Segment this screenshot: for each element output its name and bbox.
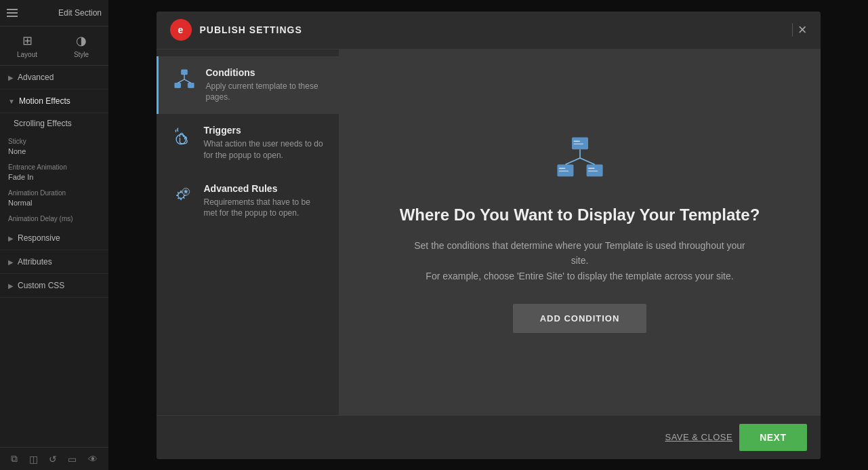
conditions-title: Conditions xyxy=(206,67,325,78)
advanced-rules-desc: Requirements that have to be met for the… xyxy=(204,197,325,220)
triggers-text: Triggers What action the user needs to d… xyxy=(204,125,325,161)
conditions-desc: Apply current template to these pages. xyxy=(206,81,325,104)
svg-rect-0 xyxy=(181,69,187,74)
motion-effects-arrow: ▼ xyxy=(8,98,15,105)
entrance-anim-value: Fade In xyxy=(8,173,100,181)
conditions-icon xyxy=(172,67,197,92)
responsive-icon[interactable]: ▭ xyxy=(68,454,77,465)
modal-close-area: × xyxy=(792,21,807,39)
sidebar-item-advanced[interactable]: ▶ Advanced xyxy=(0,66,108,90)
svg-rect-17 xyxy=(588,170,598,172)
modal-nav: Conditions Apply current template to the… xyxy=(157,50,339,415)
sidebar-item-attributes[interactable]: ▶ Attributes xyxy=(0,250,108,274)
sidebar-item-scrolling-effects[interactable]: Scrolling Effects xyxy=(0,113,108,134)
tab-style[interactable]: ◑ Style xyxy=(54,26,108,65)
content-description: Set the conditions that determine where … xyxy=(411,238,749,283)
svg-rect-10 xyxy=(573,140,580,142)
responsive-label: Responsive xyxy=(18,233,60,243)
sidebar: Edit Section ⊞ Layout ◑ Style ▶ Advanced… xyxy=(0,0,108,470)
sidebar-item-custom-css[interactable]: ▶ Custom CSS xyxy=(0,274,108,298)
advanced-rules-title: Advanced Rules xyxy=(204,183,325,194)
animation-delay-row: Animation Delay (ms) xyxy=(0,211,108,227)
custom-css-label: Custom CSS xyxy=(18,281,64,290)
advanced-rules-text: Advanced Rules Requirements that have to… xyxy=(204,183,325,220)
svg-rect-1 xyxy=(174,83,180,87)
modal-overlay: e PUBLISH SETTINGS × xyxy=(108,0,868,470)
add-condition-button[interactable]: ADD CONDITION xyxy=(513,304,647,333)
modal-body: Conditions Apply current template to the… xyxy=(157,50,821,415)
layers-icon[interactable]: ⧉ xyxy=(11,453,18,465)
triggers-title: Triggers xyxy=(204,125,325,136)
entrance-animation-row: Entrance Animation Fade In xyxy=(0,159,108,185)
svg-rect-14 xyxy=(558,170,568,172)
content-heading: Where Do You Want to Display Your Templa… xyxy=(400,205,760,224)
svg-rect-2 xyxy=(188,83,194,87)
next-button[interactable]: NEXT xyxy=(739,424,806,451)
header-divider xyxy=(792,23,793,37)
svg-rect-9 xyxy=(572,138,588,150)
conditions-text: Conditions Apply current template to the… xyxy=(206,67,325,104)
animation-duration-row: Animation Duration Normal xyxy=(0,185,108,211)
motion-effects-label: Motion Effects xyxy=(19,96,70,106)
publish-settings-modal: e PUBLISH SETTINGS × xyxy=(157,12,821,459)
nav-item-advanced-rules[interactable]: Advanced Rules Requirements that have to… xyxy=(157,172,339,231)
sticky-row: Sticky None xyxy=(0,134,108,159)
entrance-anim-label: Entrance Animation xyxy=(8,163,100,171)
svg-rect-16 xyxy=(588,168,595,169)
sticky-value: None xyxy=(8,147,100,155)
anim-delay-label: Animation Delay (ms) xyxy=(8,215,100,222)
nav-item-conditions[interactable]: Conditions Apply current template to the… xyxy=(157,56,339,115)
svg-line-4 xyxy=(178,79,184,83)
scrolling-effects-label: Scrolling Effects xyxy=(14,119,72,128)
attributes-arrow: ▶ xyxy=(8,258,14,266)
triggers-desc: What action the user needs to do for the… xyxy=(204,138,325,161)
sidebar-item-responsive[interactable]: ▶ Responsive xyxy=(0,227,108,250)
svg-line-20 xyxy=(580,158,595,165)
attributes-label: Attributes xyxy=(18,257,52,267)
anim-dur-label: Animation Duration xyxy=(8,189,100,197)
svg-rect-13 xyxy=(558,168,565,169)
eye-icon[interactable]: 👁 xyxy=(88,454,98,465)
advanced-rules-icon xyxy=(170,183,194,208)
tab-layout[interactable]: ⊞ Layout xyxy=(0,26,54,65)
save-close-button[interactable]: SAVE & CLOSE xyxy=(665,432,732,442)
modal-title: PUBLISH SETTINGS xyxy=(200,24,302,35)
close-icon[interactable]: × xyxy=(798,21,807,39)
tab-style-label: Style xyxy=(74,51,89,58)
logo-text: e xyxy=(178,24,184,35)
sticky-label: Sticky xyxy=(8,138,100,145)
nav-item-triggers[interactable]: Triggers What action the user needs to d… xyxy=(157,114,339,172)
tab-layout-label: Layout xyxy=(17,51,37,58)
triggers-icon xyxy=(170,125,194,149)
style-icon: ◑ xyxy=(76,33,87,48)
sidebar-tabs: ⊞ Layout ◑ Style xyxy=(0,26,108,66)
sidebar-item-motion-effects[interactable]: ▼ Motion Effects xyxy=(0,90,108,113)
advanced-label: Advanced xyxy=(18,73,54,82)
hamburger-icon[interactable] xyxy=(7,9,18,17)
layout-icon: ⊞ xyxy=(22,33,33,48)
content-illustration xyxy=(553,131,607,185)
svg-line-5 xyxy=(184,79,191,83)
responsive-arrow: ▶ xyxy=(8,235,14,242)
anim-dur-value: Normal xyxy=(8,199,100,207)
modal-main-content: Where Do You Want to Display Your Templa… xyxy=(339,50,821,415)
advanced-arrow: ▶ xyxy=(8,74,14,81)
modal-header: e PUBLISH SETTINGS × xyxy=(157,12,821,50)
svg-rect-11 xyxy=(573,143,583,144)
sidebar-bottom-bar: ⧉ ◫ ↺ ▭ 👁 xyxy=(0,447,108,470)
modal-footer: SAVE & CLOSE NEXT xyxy=(157,415,821,459)
undo-icon[interactable]: ↺ xyxy=(49,454,57,465)
svg-line-19 xyxy=(565,158,580,165)
sidebar-header: Edit Section xyxy=(0,0,108,26)
custom-css-arrow: ▶ xyxy=(8,282,14,290)
sidebar-title: Edit Section xyxy=(58,8,102,18)
elementor-logo: e xyxy=(170,19,192,41)
page-icon[interactable]: ◫ xyxy=(29,454,38,465)
